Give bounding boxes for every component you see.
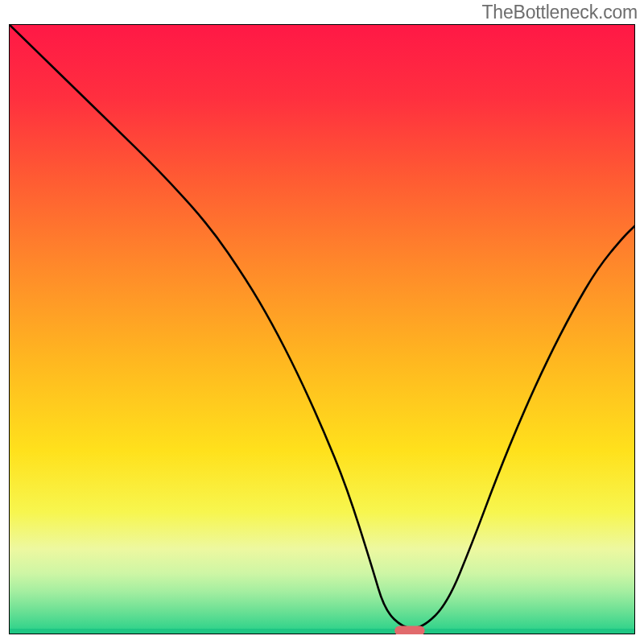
optimal-marker xyxy=(394,625,424,634)
bottleneck-chart xyxy=(9,24,635,634)
attribution-text: TheBottleneck.com xyxy=(482,2,638,23)
baseline-strip xyxy=(9,629,635,634)
plot-area xyxy=(9,24,635,634)
chart-container: TheBottleneck.com xyxy=(0,0,644,644)
